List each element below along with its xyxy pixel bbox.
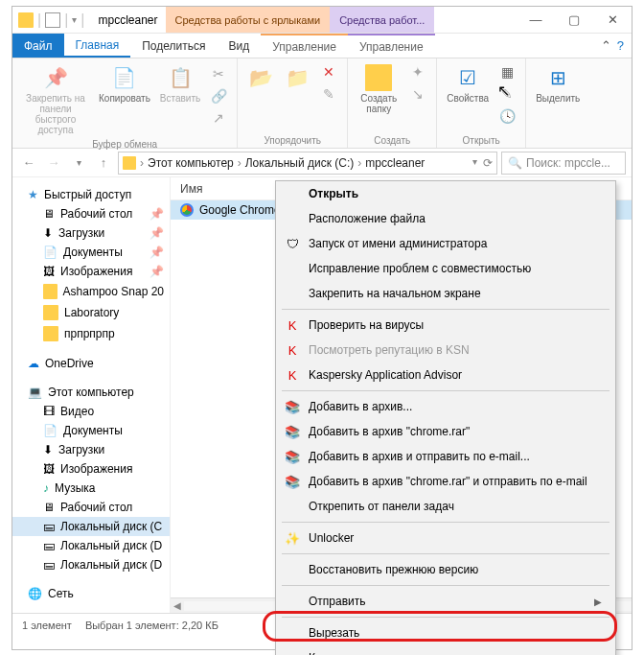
chevron-right-icon[interactable]: ›: [238, 156, 242, 170]
sidebar-item-thispc[interactable]: 💻Этот компьютер: [12, 383, 170, 402]
label: Добавить в архив и отправить по e-mail..…: [309, 450, 530, 463]
menu-restore[interactable]: Восстановить прежнюю версию: [276, 557, 615, 582]
navigation-pane[interactable]: ★Быстрый доступ 🖥Рабочий стол📌 ⬇Загрузки…: [12, 177, 171, 613]
qat-dropdown-icon[interactable]: ▾: [72, 14, 77, 25]
sidebar-item-downloads2[interactable]: ⬇Загрузки: [12, 440, 170, 459]
menu-advisor[interactable]: KKaspersky Application Advisor: [276, 363, 615, 387]
tab-file[interactable]: Файл: [12, 34, 64, 58]
sidebar-item-ashampoo[interactable]: Ashampoo Snap 20: [12, 281, 170, 302]
move-button[interactable]: 📂: [243, 62, 278, 93]
refresh-icon[interactable]: ⟳: [483, 156, 493, 170]
context-tab-app[interactable]: Средства работ...: [330, 7, 434, 33]
sidebar-item-laboratory[interactable]: Laboratory: [12, 302, 170, 323]
history-icon: 🕓: [498, 108, 516, 126]
menu-sendto[interactable]: Отправить▶: [276, 589, 615, 614]
menu-arch-mail[interactable]: 📚Добавить в архив и отправить по e-mail.…: [276, 444, 615, 469]
forward-button[interactable]: →: [43, 152, 64, 174]
sidebar-item-pr[interactable]: прпрпрпр: [12, 323, 170, 344]
menu-add-rar[interactable]: 📚Добавить в архив "chrome.rar": [276, 419, 615, 444]
copy-to-button[interactable]: 📁: [280, 62, 314, 93]
copypath-button[interactable]: 🔗: [206, 86, 231, 107]
menu-cut[interactable]: Вырезать: [276, 620, 615, 645]
chevron-right-icon[interactable]: ›: [140, 156, 144, 170]
status-count: 1 элемент: [22, 620, 72, 631]
menu-unpin-tb[interactable]: Открепить от панели задач: [276, 494, 615, 519]
maximize-button[interactable]: ▢: [555, 7, 593, 34]
sidebar-item-documents[interactable]: 📄Документы📌: [12, 243, 170, 262]
new-item-button[interactable]: ✦: [405, 62, 430, 83]
sidebar-item-quick[interactable]: ★Быстрый доступ: [12, 185, 170, 204]
sidebar-item-videos[interactable]: 🎞Видео: [12, 402, 170, 421]
new-folder-button[interactable]: Создать папку: [354, 62, 403, 116]
label: Проверить на вирусы: [309, 318, 424, 332]
menu-ksn[interactable]: KПосмотреть репутацию в KSN: [276, 338, 615, 363]
tab-manage-2[interactable]: Управление: [348, 34, 435, 58]
menu-virus[interactable]: KПроверить на вирусы: [276, 313, 615, 338]
sidebar-item-pictures2[interactable]: 🖼Изображения: [12, 459, 170, 479]
paste-shortcut-button[interactable]: ↗: [206, 108, 231, 129]
chevron-right-icon[interactable]: ›: [357, 156, 361, 170]
select-button[interactable]: ⊞Выделить: [532, 62, 584, 105]
sidebar-item-ddrive2[interactable]: 🖴Локальный диск (D: [12, 555, 170, 574]
menu-location[interactable]: Расположение файла: [276, 206, 615, 231]
rename-small-button[interactable]: ✎: [316, 84, 341, 105]
pin-icon: 📌: [150, 207, 164, 221]
tab-manage-1[interactable]: Управление: [261, 34, 348, 58]
sidebar-item-desktop2[interactable]: 🖥Рабочий стол: [12, 498, 170, 517]
sidebar-item-onedrive[interactable]: ☁OneDrive: [12, 354, 170, 373]
cut-small-button[interactable]: ✂: [206, 64, 231, 85]
crumb-folder[interactable]: mpccleaner: [365, 156, 425, 170]
menu-unlocker[interactable]: ✨Unlocker: [276, 526, 615, 550]
tab-view[interactable]: Вид: [217, 34, 261, 58]
ribbon-collapse-icon[interactable]: ⌃: [601, 38, 611, 53]
context-tab-shortcut[interactable]: Средства работы с ярлыками: [166, 7, 331, 33]
paste-button[interactable]: 📋Вставить: [156, 62, 204, 105]
minimize-button[interactable]: —: [517, 7, 555, 34]
search-input[interactable]: 🔍 Поиск: mpccle...: [501, 152, 626, 175]
crumb-pc[interactable]: Этот компьютер: [148, 156, 234, 170]
pin-button[interactable]: 📌Закрепить на панели быстрого доступа: [18, 62, 93, 137]
search-icon: 🔍: [508, 156, 522, 170]
sidebar-item-ddrive[interactable]: 🖴Локальный диск (D: [12, 536, 170, 555]
menu-compat[interactable]: Исправление проблем с совместимостью: [276, 256, 615, 281]
breadcrumb[interactable]: › Этот компьютер › Локальный диск (C:) ›…: [118, 152, 497, 175]
up-button[interactable]: ↑: [93, 152, 114, 174]
sidebar-item-downloads[interactable]: ⬇Загрузки📌: [12, 223, 170, 243]
copy-button[interactable]: 📄Копировать: [95, 62, 154, 105]
menu-copy[interactable]: Копировать: [276, 645, 615, 655]
sidebar-item-network[interactable]: 🌐Сеть: [12, 584, 170, 603]
recent-button[interactable]: ▾: [68, 152, 89, 174]
open-icon: ▦: [498, 64, 516, 82]
sidebar-item-music[interactable]: ♪Музыка: [12, 479, 170, 498]
tab-home[interactable]: Главная: [64, 34, 131, 58]
addr-dropdown-icon[interactable]: ▾: [472, 156, 477, 170]
sidebar-item-documents2[interactable]: 📄Документы: [12, 421, 170, 440]
delete-small-button[interactable]: ✕: [316, 62, 341, 83]
submenu-arrow-icon: ▶: [594, 597, 602, 607]
sidebar-item-pictures[interactable]: 🖼Изображения📌: [12, 262, 170, 281]
scroll-left-icon[interactable]: ◀: [171, 600, 184, 611]
help-icon[interactable]: ?: [617, 38, 624, 53]
properties-button[interactable]: ☑Свойства: [443, 62, 493, 105]
label: Видео: [60, 405, 94, 418]
history-small-button[interactable]: 🕓: [494, 106, 519, 128]
sidebar-item-cdrive[interactable]: 🖴Локальный диск (C: [12, 517, 170, 536]
shortcut-icon: ↗: [210, 110, 227, 128]
folder-new-icon: [365, 64, 392, 91]
tab-share[interactable]: Поделиться: [130, 34, 217, 58]
edit-small-button[interactable]: ✎: [494, 84, 519, 105]
crumb-drive[interactable]: Локальный диск (C:): [245, 156, 355, 170]
back-button[interactable]: ←: [18, 152, 39, 174]
group-select: ⊞Выделить: [526, 58, 589, 148]
menu-rar-mail[interactable]: 📚Добавить в архив "chrome.rar" и отправи…: [276, 469, 615, 494]
easy-access-button[interactable]: ↘: [405, 84, 430, 105]
sidebar-item-desktop[interactable]: 🖥Рабочий стол📌: [12, 204, 170, 223]
close-button[interactable]: ✕: [593, 7, 632, 34]
menu-pin-start[interactable]: Закрепить на начальном экране: [276, 281, 615, 306]
open-small-button[interactable]: ▦: [494, 62, 519, 83]
menu-add-archive[interactable]: 📚Добавить в архив...: [276, 394, 615, 419]
menu-open[interactable]: Открыть: [276, 181, 615, 206]
menu-runas[interactable]: 🛡Запуск от имени администратора: [276, 231, 615, 256]
checkbox-icon[interactable]: [45, 12, 60, 28]
copyto-icon: 📁: [284, 64, 310, 91]
